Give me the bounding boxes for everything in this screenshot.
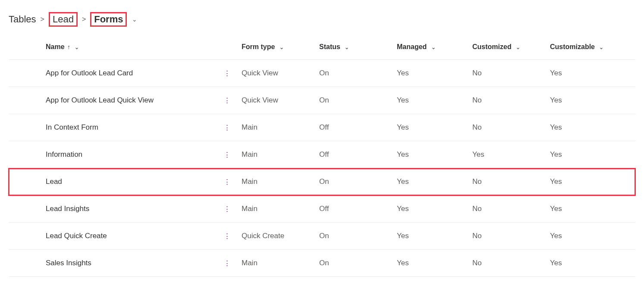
row-customizable: Yes: [550, 141, 635, 168]
column-header-status-label: Status: [319, 43, 340, 50]
chevron-down-icon[interactable]: ⌄: [132, 16, 137, 23]
column-header-managed-label: Managed: [397, 43, 427, 50]
row-status: Off: [319, 114, 397, 141]
chevron-down-icon[interactable]: ⌄: [345, 44, 349, 50]
row-customizable: Yes: [550, 250, 635, 277]
row-name[interactable]: Information: [9, 141, 216, 168]
row-formType: Quick View: [242, 60, 319, 87]
row-formType: Quick Create: [242, 223, 319, 250]
row-formType: Quick View: [242, 87, 319, 114]
row-customizable: Yes: [550, 60, 635, 87]
column-header-name-label: Name: [46, 43, 65, 50]
row-customized: No: [472, 223, 550, 250]
table-row[interactable]: App for Outlook Lead Quick View⋮Quick Vi…: [9, 87, 635, 114]
row-name[interactable]: Lead Quick Create: [9, 223, 216, 250]
row-customized: No: [472, 60, 550, 87]
column-header-customized[interactable]: Customized ⌄: [472, 34, 550, 60]
row-name[interactable]: Sales Insights: [9, 250, 216, 277]
table-row[interactable]: Information⋮MainOffYesYesYes: [9, 141, 635, 168]
row-formType: Main: [242, 196, 319, 223]
more-actions-icon[interactable]: ⋮: [216, 168, 242, 196]
more-actions-icon[interactable]: ⋮: [216, 114, 242, 141]
row-status: On: [319, 223, 397, 250]
row-managed: Yes: [397, 223, 472, 250]
row-status: Off: [319, 141, 397, 168]
row-name[interactable]: App for Outlook Lead Card: [9, 60, 216, 87]
table-row[interactable]: In Context Form⋮MainOffYesNoYes: [9, 114, 635, 141]
row-managed: Yes: [397, 141, 472, 168]
table-header-row: Name ↑ ⌄ Form type ⌄ Status ⌄ Managed ⌄ …: [9, 34, 635, 60]
table-row[interactable]: App for Outlook Lead Card⋮Quick ViewOnYe…: [9, 60, 635, 87]
more-actions-icon[interactable]: ⋮: [216, 87, 242, 114]
row-managed: Yes: [397, 168, 472, 196]
row-customized: No: [472, 196, 550, 223]
row-customized: No: [472, 250, 550, 277]
chevron-down-icon[interactable]: ⌄: [516, 44, 520, 50]
table-row[interactable]: Sales Insights⋮MainOnYesNoYes: [9, 250, 635, 277]
row-managed: Yes: [397, 87, 472, 114]
chevron-down-icon[interactable]: ⌄: [75, 44, 79, 50]
chevron-down-icon[interactable]: ⌄: [599, 44, 603, 50]
row-name[interactable]: Lead Insights: [9, 196, 216, 223]
breadcrumb-lead[interactable]: Lead: [49, 12, 78, 27]
row-formType: Main: [242, 141, 319, 168]
more-actions-icon[interactable]: ⋮: [216, 60, 242, 87]
more-actions-icon[interactable]: ⋮: [216, 196, 242, 223]
breadcrumb: Tables > Lead > Forms ⌄: [0, 0, 644, 34]
breadcrumb-tables[interactable]: Tables: [9, 14, 36, 25]
row-status: On: [319, 60, 397, 87]
row-customized: No: [472, 87, 550, 114]
column-header-name[interactable]: Name ↑ ⌄: [9, 34, 216, 60]
row-status: On: [319, 87, 397, 114]
table-row[interactable]: Lead⋮MainOnYesNoYes: [9, 168, 635, 196]
column-header-customized-label: Customized: [472, 43, 512, 50]
column-header-actions: [216, 34, 242, 60]
sort-ascending-icon: ↑: [67, 43, 70, 50]
table-row[interactable]: Lead Quick Create⋮Quick CreateOnYesNoYes: [9, 223, 635, 250]
row-name[interactable]: Lead: [9, 168, 216, 196]
more-actions-icon[interactable]: ⋮: [216, 250, 242, 277]
row-formType: Main: [242, 114, 319, 141]
chevron-down-icon[interactable]: ⌄: [431, 44, 436, 50]
row-customizable: Yes: [550, 87, 635, 114]
breadcrumb-forms[interactable]: Forms: [90, 12, 127, 27]
more-actions-icon[interactable]: ⋮: [216, 223, 242, 250]
row-managed: Yes: [397, 60, 472, 87]
row-customizable: Yes: [550, 223, 635, 250]
column-header-customizable[interactable]: Customizable ⌄: [550, 34, 635, 60]
table-row[interactable]: Lead Insights⋮MainOffYesNoYes: [9, 196, 635, 223]
column-header-formtype-label: Form type: [242, 43, 275, 50]
row-status: On: [319, 250, 397, 277]
row-customized: Yes: [472, 141, 550, 168]
row-customizable: Yes: [550, 168, 635, 196]
row-managed: Yes: [397, 250, 472, 277]
column-header-form-type[interactable]: Form type ⌄: [242, 34, 319, 60]
chevron-down-icon[interactable]: ⌄: [280, 44, 284, 50]
row-customized: No: [472, 114, 550, 141]
row-managed: Yes: [397, 114, 472, 141]
chevron-right-icon: >: [40, 16, 45, 23]
column-header-customizable-label: Customizable: [550, 43, 595, 50]
row-name[interactable]: App for Outlook Lead Quick View: [9, 87, 216, 114]
row-status: On: [319, 168, 397, 196]
row-customizable: Yes: [550, 196, 635, 223]
row-managed: Yes: [397, 196, 472, 223]
chevron-right-icon: >: [81, 16, 87, 23]
row-customized: No: [472, 168, 550, 196]
row-customizable: Yes: [550, 114, 635, 141]
column-header-status[interactable]: Status ⌄: [319, 34, 397, 60]
row-name[interactable]: In Context Form: [9, 114, 216, 141]
row-status: Off: [319, 196, 397, 223]
row-formType: Main: [242, 250, 319, 277]
column-header-managed[interactable]: Managed ⌄: [397, 34, 472, 60]
forms-table: Name ↑ ⌄ Form type ⌄ Status ⌄ Managed ⌄ …: [9, 34, 635, 277]
more-actions-icon[interactable]: ⋮: [216, 141, 242, 168]
row-formType: Main: [242, 168, 319, 196]
